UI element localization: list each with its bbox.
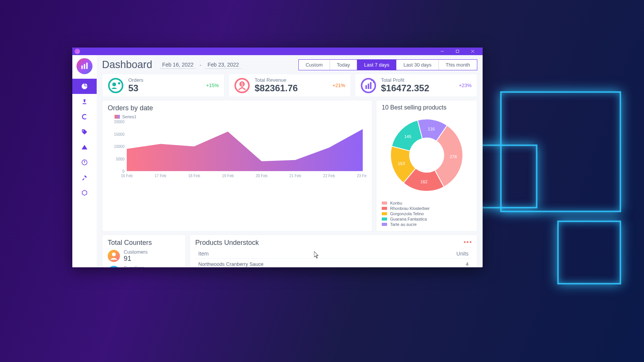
svg-text:23 Feb: 23 Feb [357, 174, 367, 178]
sidebar [72, 55, 97, 267]
products-understock-card: Products Understock ••• Item Units North… [190, 235, 477, 267]
orders-by-date-card: Orders by date Series1 05000100001500020… [102, 100, 372, 232]
svg-point-9 [112, 83, 116, 86]
donut-legend-item: Gorgonzola Telino [382, 211, 472, 216]
counter-value: 91 [124, 255, 148, 263]
nav-rebel[interactable] [72, 155, 97, 170]
understock-title: Products Understock [195, 239, 472, 247]
svg-text:278: 278 [450, 154, 457, 159]
titlebar[interactable] [72, 48, 483, 55]
legend-swatch-icon [382, 223, 387, 226]
svg-text:16 Feb: 16 Feb [121, 174, 133, 178]
understock-more-button[interactable]: ••• [464, 239, 472, 246]
svg-point-10 [118, 82, 120, 84]
mountain-icon [81, 144, 88, 151]
counter-customers: Customers91 [108, 249, 180, 263]
legend-label: Gorgonzola Telino [390, 211, 424, 216]
svg-text:18 Feb: 18 Feb [188, 174, 201, 178]
legend-label: Tarte au sucre [390, 222, 417, 227]
understock-item: Northwoods Cranberry Sauce [198, 261, 263, 267]
nav-dashboard[interactable] [72, 79, 97, 94]
svg-text:162: 162 [421, 179, 427, 184]
legend-swatch-icon [382, 202, 387, 205]
range-btn-this-month[interactable]: This month [438, 60, 477, 70]
kpi-value: 53 [128, 83, 143, 94]
kpi-value: $82361.76 [255, 83, 298, 94]
svg-text:22 Feb: 22 Feb [323, 174, 335, 178]
series1-swatch-icon [115, 115, 120, 119]
kpi-label: Total Profit [381, 77, 429, 83]
nav-tools[interactable] [72, 170, 97, 185]
kpi-icon [108, 78, 124, 94]
svg-text:19 Feb: 19 Feb [222, 174, 234, 178]
svg-text:5000: 5000 [116, 157, 125, 161]
svg-text:$: $ [241, 82, 243, 86]
understock-head-units: Units [456, 251, 469, 257]
svg-text:15000: 15000 [114, 132, 124, 137]
kpi-delta: +23% [459, 83, 472, 88]
kpi-value: $16472.352 [381, 83, 429, 94]
counter-suppliers: Suppliers29 [108, 265, 180, 267]
donut-legend-item: Guarana Fantastica [382, 217, 472, 221]
svg-text:145: 145 [404, 134, 411, 139]
range-btn-last-30-days[interactable]: Last 30 days [396, 60, 438, 70]
page-title: Dashboard [102, 59, 152, 71]
bars-icon [80, 62, 89, 70]
understock-units: 4 [466, 261, 469, 267]
understock-head-item: Item [198, 251, 209, 257]
svg-text:116: 116 [428, 127, 435, 131]
range-btn-custom[interactable]: Custom [299, 60, 330, 70]
chess-king-icon [81, 98, 88, 105]
date-to-picker[interactable]: Feb 23, 2022 [205, 61, 241, 69]
svg-text:21 Feb: 21 Feb [289, 174, 301, 178]
letter-c-icon [81, 113, 88, 120]
kpi-icon: $ [234, 78, 250, 94]
svg-rect-16 [368, 84, 369, 89]
kpi-icon [360, 78, 376, 94]
svg-point-36 [112, 252, 116, 256]
range-btn-last-7-days[interactable]: Last 7 days [357, 60, 396, 70]
donut-legend-item: Rhonbrau Klosterbier [382, 206, 472, 211]
nav-chess[interactable] [72, 94, 97, 109]
nav-box[interactable] [72, 185, 97, 200]
best-selling-card: 10 Best selling products 278162153145116… [376, 100, 477, 232]
donut-legend-item: Konbu [382, 201, 472, 205]
date-separator: - [200, 62, 202, 68]
understock-row[interactable]: Northwoods Cranberry Sauce4 [195, 258, 472, 267]
minimize-button[interactable] [435, 48, 450, 55]
svg-rect-5 [84, 64, 85, 69]
app-window: Dashboard Feb 16, 2022 - Feb 23, 2022 Cu… [72, 48, 483, 267]
maximize-button[interactable] [450, 48, 465, 55]
range-filter: CustomTodayLast 7 daysLast 30 daysThis m… [298, 59, 477, 70]
nav-mountain[interactable] [72, 140, 97, 155]
counter-icon [108, 250, 120, 262]
svg-text:153: 153 [398, 161, 405, 166]
desktop-accent [484, 91, 644, 281]
nav-tag[interactable] [72, 124, 97, 140]
svg-rect-15 [365, 85, 367, 89]
svg-text:17 Feb: 17 Feb [155, 174, 167, 178]
brand-logo[interactable] [77, 58, 92, 74]
kpi-delta: +15% [206, 83, 219, 88]
svg-text:10000: 10000 [114, 144, 124, 149]
legend-swatch-icon [382, 218, 387, 221]
close-button[interactable] [465, 48, 480, 55]
orders-chart-title: Orders by date [108, 104, 367, 112]
svg-text:20 Feb: 20 Feb [256, 174, 268, 178]
nav-c[interactable] [72, 109, 97, 124]
svg-rect-4 [81, 65, 83, 69]
donut-title: 10 Best selling products [382, 104, 472, 111]
legend-label: Konbu [390, 201, 402, 205]
kpi-total-profit: Total Profit$16472.352+23% [355, 74, 477, 97]
kpi-total-revenue: $Total Revenue$82361.76+21% [228, 74, 351, 97]
pie-chart-icon [81, 83, 88, 90]
tools-icon [81, 174, 88, 181]
kpi-orders: Orders53+15% [102, 74, 225, 97]
tag-icon [81, 129, 88, 135]
legend-swatch-icon [382, 207, 387, 210]
date-from-picker[interactable]: Feb 16, 2022 [160, 61, 196, 69]
svg-rect-6 [86, 63, 88, 69]
series1-label: Series1 [122, 114, 136, 119]
legend-swatch-icon [382, 212, 387, 215]
range-btn-today[interactable]: Today [330, 60, 357, 70]
